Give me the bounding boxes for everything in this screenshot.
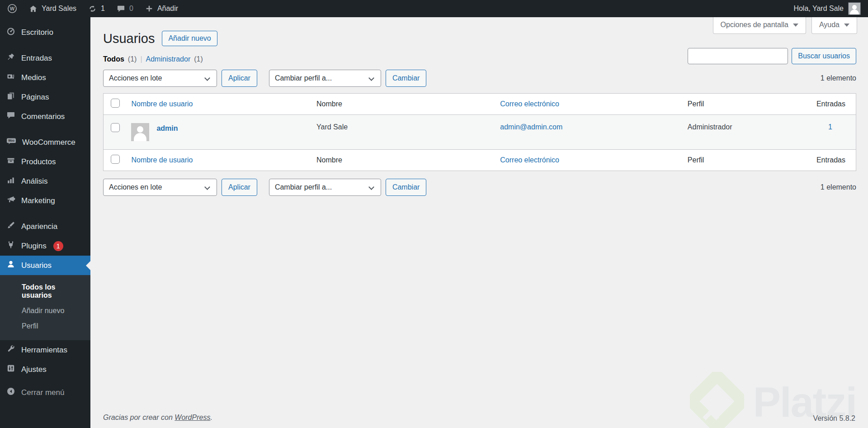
bulk-actions-select[interactable]: Acciones en lote xyxy=(103,70,217,87)
user-search: Buscar usuarios xyxy=(688,48,856,64)
sidebar-item-entradas[interactable]: Entradas xyxy=(0,48,90,68)
admin-sidebar: Escritorio Entradas Medios Páginas Comen… xyxy=(0,17,90,428)
screen-options-button[interactable]: Opciones de pantalla xyxy=(713,17,806,34)
plugins-update-badge: 1 xyxy=(53,241,63,251)
account-menu[interactable]: Hola, Yard Sale xyxy=(793,2,861,15)
select-all-checkbox[interactable] xyxy=(111,99,120,108)
sidebar-item-label: Productos xyxy=(21,157,56,166)
bulk-actions-select-bottom[interactable]: Acciones en lote xyxy=(103,179,217,196)
sidebar-item-apariencia[interactable]: Apariencia xyxy=(0,217,90,236)
sidebar-item-usuarios[interactable]: Usuarios xyxy=(0,256,90,275)
change-button[interactable]: Cambiar xyxy=(386,70,426,87)
new-content-label: Añadir xyxy=(157,5,178,13)
sidebar-item-productos[interactable]: Productos xyxy=(0,152,90,171)
sidebar-item-paginas[interactable]: Páginas xyxy=(0,87,90,107)
items-count-bottom: 1 elemento xyxy=(821,183,856,191)
sidebar-item-escritorio[interactable]: Escritorio xyxy=(0,23,90,42)
users-icon xyxy=(6,260,15,271)
search-users-input[interactable] xyxy=(688,48,788,64)
filter-separator: | xyxy=(140,55,142,63)
footer-version: Versión 5.8.2 xyxy=(813,414,855,423)
marketing-icon xyxy=(6,195,15,206)
plugins-icon xyxy=(6,240,15,252)
sidebar-item-todos-los-usuarios[interactable]: Todos los usuarios xyxy=(0,280,90,303)
media-icon xyxy=(6,72,15,83)
username-link[interactable]: admin xyxy=(156,124,178,133)
site-name-menu[interactable]: Yard Sales xyxy=(29,5,76,13)
column-username-sort[interactable]: Nombre de usuario xyxy=(131,100,193,108)
filter-all-link[interactable]: Todos xyxy=(103,55,124,63)
help-button[interactable]: Ayuda xyxy=(811,17,857,34)
change-button-bottom[interactable]: Cambiar xyxy=(386,179,426,196)
appearance-icon xyxy=(6,221,15,232)
users-table: Nombre de usuario Nombre Correo electrón… xyxy=(103,93,856,171)
page-title: Usuarios xyxy=(103,31,155,46)
sidebar-item-label: Marketing xyxy=(21,196,55,205)
sidebar-item-label: Comentarios xyxy=(21,112,65,121)
column-role: Perfil xyxy=(682,94,810,115)
pushpin-icon xyxy=(6,52,15,64)
comments-menu[interactable]: 0 xyxy=(117,5,133,13)
search-users-button[interactable]: Buscar usuarios xyxy=(792,48,856,64)
wordpress-menu[interactable]: W xyxy=(7,4,17,14)
filter-all-count: (1) xyxy=(128,55,137,63)
user-avatar xyxy=(131,123,149,141)
platzi-logo-icon xyxy=(690,372,744,428)
add-new-user-button[interactable]: Añadir nuevo xyxy=(162,31,217,46)
products-icon xyxy=(6,156,15,167)
sidebar-item-perfil[interactable]: Perfil xyxy=(0,319,90,334)
sidebar-item-label: Cerrar menú xyxy=(21,388,64,397)
select-all-checkbox-bottom[interactable] xyxy=(111,155,120,164)
table-footer-row: Nombre de usuario Nombre Correo electrón… xyxy=(104,150,856,171)
change-role-select[interactable]: Cambiar perfil a... xyxy=(269,70,381,87)
apply-button-bottom[interactable]: Aplicar xyxy=(222,179,257,196)
row-checkbox[interactable] xyxy=(111,123,120,132)
sidebar-item-label: Ajustes xyxy=(21,365,47,374)
column-email-sort[interactable]: Correo electrónico xyxy=(500,156,559,164)
sidebar-item-label: Usuarios xyxy=(21,261,52,270)
cell-posts-link[interactable]: 1 xyxy=(828,123,832,131)
sidebar-item-label: Herramientas xyxy=(21,346,67,355)
cell-email-link[interactable]: admin@admin.com xyxy=(500,123,562,131)
change-role-selected-value: Cambiar perfil a... xyxy=(275,74,332,82)
chevron-down-icon xyxy=(368,184,374,190)
sidebar-item-herramientas[interactable]: Herramientas xyxy=(0,340,90,360)
updates-menu[interactable]: 1 xyxy=(88,5,105,13)
chevron-down-icon xyxy=(793,24,798,27)
sidebar-item-label: Entradas xyxy=(21,54,52,63)
screen-options-label: Opciones de pantalla xyxy=(721,21,788,29)
sidebar-item-anadir-nuevo[interactable]: Añadir nuevo xyxy=(0,303,90,319)
sidebar-item-label: Plugins xyxy=(21,242,47,251)
wordpress-logo-icon: W xyxy=(7,4,17,14)
comments-count: 0 xyxy=(129,5,133,13)
sidebar-item-comentarios[interactable]: Comentarios xyxy=(0,107,90,126)
sidebar-item-woocommerce[interactable]: Woo WooCommerce xyxy=(0,133,90,152)
column-email-sort[interactable]: Correo electrónico xyxy=(500,100,559,108)
sidebar-item-label: Apariencia xyxy=(21,222,57,231)
filter-administrator-link[interactable]: Administrador xyxy=(146,55,191,63)
sidebar-item-label: Análisis xyxy=(21,177,48,186)
admin-bar: W Yard Sales 1 0 Añadir Hola, Yard Sale xyxy=(0,0,868,17)
sidebar-item-medios[interactable]: Medios xyxy=(0,68,90,87)
sidebar-item-analisis[interactable]: Análisis xyxy=(0,171,90,191)
wordpress-link[interactable]: WordPress xyxy=(175,414,210,421)
home-icon xyxy=(29,5,38,13)
greeting-label: Hola, Yard Sale xyxy=(793,5,844,13)
items-count: 1 elemento xyxy=(821,74,856,82)
bulk-actions-bottom: Acciones en lote Aplicar Cambiar perfil … xyxy=(103,179,856,196)
new-content-menu[interactable]: Añadir xyxy=(145,5,178,13)
settings-icon xyxy=(6,364,15,375)
collapse-menu-button[interactable]: Cerrar menú xyxy=(0,383,90,402)
analytics-icon xyxy=(6,176,15,187)
chevron-down-icon xyxy=(844,24,849,27)
chevron-down-icon xyxy=(204,75,210,81)
change-role-select-bottom[interactable]: Cambiar perfil a... xyxy=(269,179,381,196)
collapse-icon xyxy=(6,387,15,398)
bulk-actions-selected-value: Acciones en lote xyxy=(109,74,162,82)
sidebar-item-marketing[interactable]: Marketing xyxy=(0,191,90,210)
sidebar-item-ajustes[interactable]: Ajustes xyxy=(0,360,90,379)
apply-button[interactable]: Aplicar xyxy=(222,70,257,87)
column-username-sort[interactable]: Nombre de usuario xyxy=(131,156,193,164)
svg-text:W: W xyxy=(10,6,15,11)
sidebar-item-plugins[interactable]: Plugins 1 xyxy=(0,236,90,256)
